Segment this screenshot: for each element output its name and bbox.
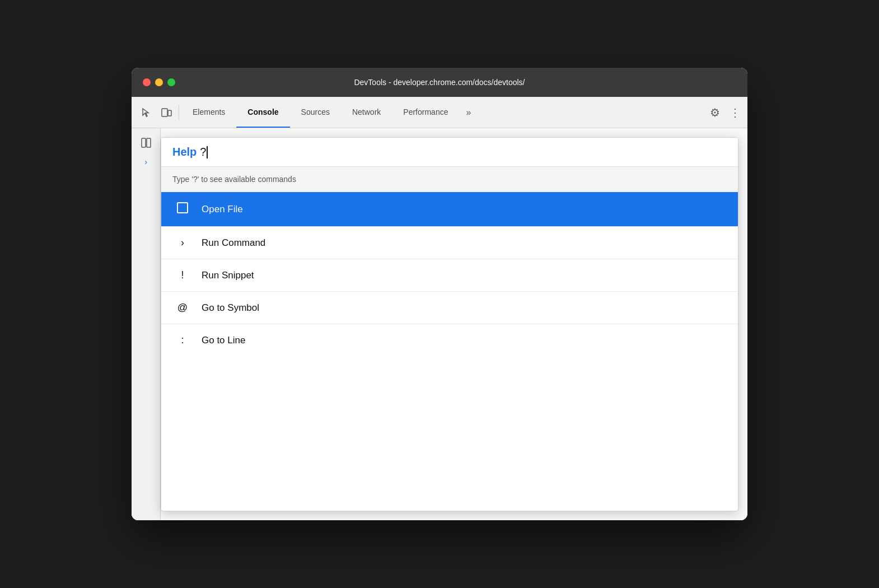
traffic-lights — [143, 78, 175, 86]
more-options-button[interactable]: ⋮ — [727, 102, 743, 123]
svg-rect-0 — [162, 109, 167, 116]
more-tabs-button[interactable]: » — [459, 97, 478, 128]
inspect-element-button[interactable] — [136, 102, 156, 123]
sidebar-panel-icon[interactable] — [136, 133, 156, 153]
toolbar-divider — [179, 105, 179, 120]
tab-list: Elements Console Sources Network Perform… — [181, 97, 705, 128]
svg-rect-3 — [147, 138, 151, 147]
tab-sources[interactable]: Sources — [290, 97, 341, 128]
palette-item-go-to-line[interactable]: : Go to Line — [161, 324, 738, 356]
sidebar-strip: › — [132, 128, 161, 520]
tab-elements[interactable]: Elements — [181, 97, 236, 128]
minimize-button[interactable] — [155, 78, 163, 86]
run-command-label: Run Command — [202, 237, 265, 249]
palette-query: ? — [200, 146, 206, 158]
open-file-label: Open File — [202, 204, 243, 215]
devtools-body: › Help ? Type '?' to see available comma… — [132, 128, 747, 520]
svg-rect-2 — [142, 138, 146, 147]
run-snippet-icon: ! — [175, 269, 190, 281]
tab-console[interactable]: Console — [236, 97, 289, 128]
palette-header: Help ? — [161, 138, 738, 167]
toolbar-right: ⚙ ⋮ — [705, 102, 743, 123]
devtools-toolbar: Elements Console Sources Network Perform… — [132, 97, 747, 128]
settings-button[interactable]: ⚙ — [705, 102, 725, 123]
go-to-line-label: Go to Line — [202, 335, 245, 346]
tab-performance[interactable]: Performance — [392, 97, 459, 128]
open-file-icon — [175, 202, 190, 216]
tab-network[interactable]: Network — [341, 97, 392, 128]
palette-item-go-to-symbol[interactable]: @ Go to Symbol — [161, 292, 738, 324]
palette-items: Open File › Run Command ! Run Snippet @ … — [161, 192, 738, 356]
go-to-symbol-icon: @ — [175, 302, 190, 314]
device-toolbar-button[interactable] — [156, 102, 176, 123]
palette-hint: Type '?' to see available commands — [161, 167, 738, 192]
command-palette: Help ? Type '?' to see available command… — [161, 137, 738, 511]
browser-window: DevTools - developer.chrome.com/docs/dev… — [132, 68, 747, 520]
title-bar: DevTools - developer.chrome.com/docs/dev… — [132, 68, 747, 97]
close-button[interactable] — [143, 78, 151, 86]
sidebar-chevron: › — [144, 157, 147, 166]
palette-item-run-command[interactable]: › Run Command — [161, 227, 738, 259]
go-to-line-icon: : — [175, 334, 190, 346]
palette-item-open-file[interactable]: Open File — [161, 192, 738, 227]
run-command-icon: › — [175, 237, 190, 249]
window-title: DevTools - developer.chrome.com/docs/dev… — [354, 78, 525, 87]
go-to-symbol-label: Go to Symbol — [202, 302, 259, 314]
svg-rect-1 — [168, 110, 171, 116]
palette-cursor — [207, 146, 208, 158]
palette-item-run-snippet[interactable]: ! Run Snippet — [161, 259, 738, 292]
maximize-button[interactable] — [167, 78, 175, 86]
palette-help-label: Help — [172, 146, 197, 158]
device-icon — [161, 107, 172, 118]
cursor-icon — [141, 108, 151, 118]
run-snippet-label: Run Snippet — [202, 270, 254, 281]
